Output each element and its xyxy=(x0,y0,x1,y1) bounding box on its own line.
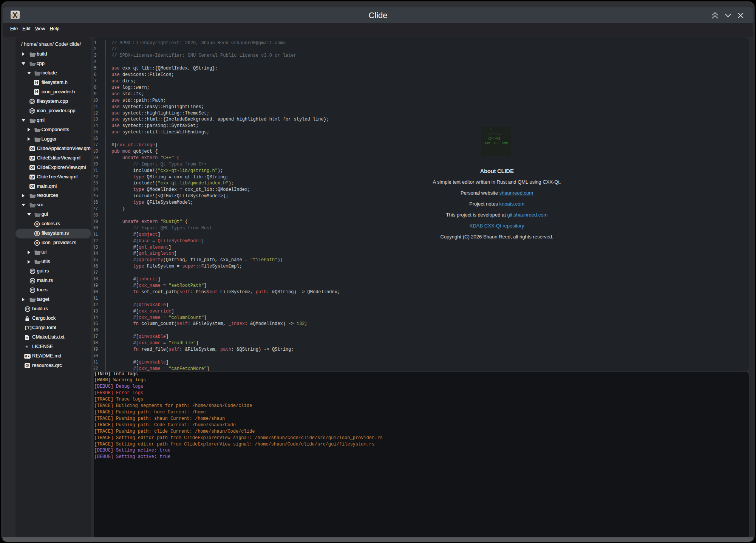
svg-text:R: R xyxy=(31,278,34,283)
svg-text:R: R xyxy=(31,269,34,273)
svg-text:R: R xyxy=(36,232,39,236)
svg-text:R: R xyxy=(36,241,39,245)
svg-text:R: R xyxy=(31,288,34,292)
svg-text:R: R xyxy=(26,307,29,311)
svg-text:R: R xyxy=(36,222,39,226)
